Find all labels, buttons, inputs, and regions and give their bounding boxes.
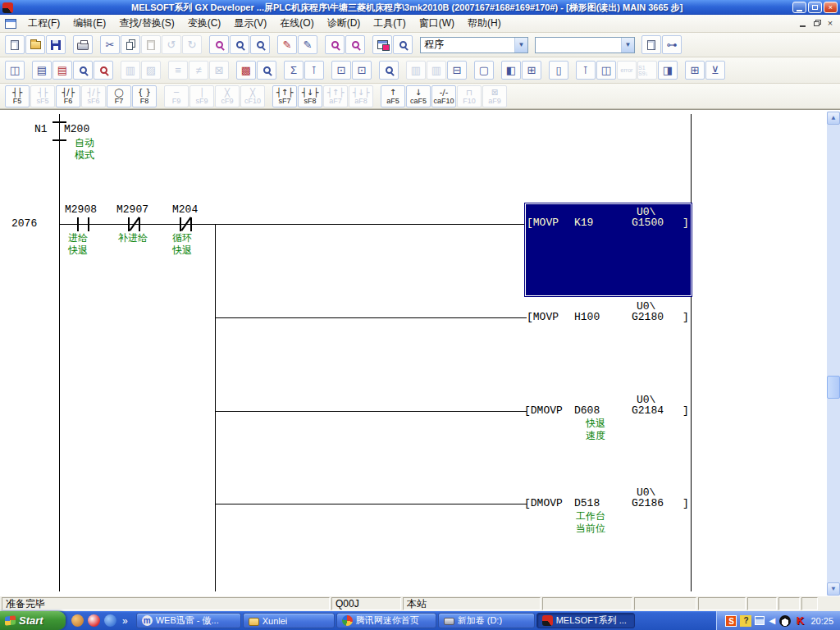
instruction-source[interactable]: D518: [574, 498, 600, 509]
monitor-condition-button[interactable]: [257, 61, 276, 80]
menu-edit[interactable]: 编辑(E): [66, 14, 112, 33]
instruction-source[interactable]: H100: [574, 312, 600, 322]
jump-window-2-button[interactable]: ⊡: [352, 61, 372, 80]
mdi-restore-button[interactable]: [810, 18, 823, 30]
zoom-monitor-button[interactable]: [73, 61, 93, 80]
ladder-edit-button[interactable]: ▤: [52, 61, 72, 80]
device-edit-button[interactable]: ✎: [298, 35, 317, 54]
device-test-button[interactable]: ✎: [277, 35, 297, 54]
instruction-dest[interactable]: G2180: [632, 312, 664, 322]
screen-monitor-button[interactable]: ▢: [474, 61, 494, 80]
chevron-more-icon[interactable]: »: [121, 615, 130, 627]
window-copy-button[interactable]: ◫: [596, 61, 616, 80]
tree-view-button[interactable]: ◧: [501, 61, 521, 80]
doc-view-button[interactable]: ▯: [549, 61, 568, 80]
close-button[interactable]: ×: [824, 2, 838, 13]
find-instruction-button[interactable]: [250, 35, 270, 54]
collapse-chevron-icon[interactable]: ◀: [768, 615, 776, 627]
note-display-button[interactable]: ⊺: [304, 61, 324, 80]
rising-edge-af5-button[interactable]: ↑aF5: [381, 85, 405, 107]
scroll-down-button[interactable]: ▼: [827, 582, 840, 596]
falling-pulse-sf8-button[interactable]: ┤↓├sF8: [298, 85, 322, 107]
taskbar-button-webthunder[interactable]: m WEB迅雷 - 傲...: [136, 613, 241, 628]
new-project-button[interactable]: [5, 35, 25, 54]
menu-convert[interactable]: 变换(C): [181, 14, 228, 33]
chevron-down-icon[interactable]: ▼: [621, 38, 634, 52]
cut-button[interactable]: ✂: [100, 35, 120, 54]
taskbar-button-xunlei[interactable]: Xunlei: [243, 613, 335, 628]
menu-find-replace[interactable]: 查找/替换(S): [112, 14, 180, 33]
zoom-in-button[interactable]: [345, 35, 365, 54]
nest-device-label[interactable]: M200: [64, 124, 89, 135]
falling-edge-caf5-button[interactable]: ↓caF5: [406, 85, 431, 107]
comment-display-button[interactable]: ◫: [5, 61, 25, 80]
monitor-find-button[interactable]: [393, 35, 413, 54]
grid-view-button[interactable]: ⊞: [685, 61, 705, 80]
open-contact-f5-button[interactable]: ┤├F5: [5, 85, 30, 107]
doc-check-button[interactable]: [641, 35, 661, 54]
menu-view[interactable]: 显示(V): [227, 14, 273, 33]
scroll-up-button[interactable]: ▲: [827, 112, 840, 125]
zoom-out-button[interactable]: [325, 35, 345, 54]
program-flow-button[interactable]: ⊟: [447, 61, 467, 80]
menu-project[interactable]: 工程(F): [21, 14, 66, 33]
find-button[interactable]: [209, 35, 229, 54]
rising-pulse-sf7-button[interactable]: ┤↑├sF7: [272, 85, 297, 107]
menu-online[interactable]: 在线(O): [273, 14, 320, 33]
maximize-button[interactable]: [808, 2, 822, 13]
sogou-tray-icon[interactable]: S: [725, 615, 737, 627]
instruction-source[interactable]: D608: [574, 405, 600, 416]
menu-help[interactable]: 帮助(H): [461, 14, 508, 33]
zoom-edit-button[interactable]: [94, 61, 113, 80]
ladder-window-icon[interactable]: [5, 19, 16, 29]
contact-device-label[interactable]: M2908: [65, 204, 97, 215]
instruction-opcode[interactable]: [DMOVP: [524, 405, 563, 416]
coil-f7-button[interactable]: ◯F7: [107, 85, 131, 107]
statement-display-button[interactable]: Σ: [284, 61, 304, 80]
cascade-windows-button[interactable]: [372, 35, 392, 54]
kaspersky-tray-icon[interactable]: K: [794, 615, 806, 627]
program-type-combobox[interactable]: 程序 ▼: [420, 37, 528, 53]
invert-result-caf10-button[interactable]: -∕-caF10: [431, 85, 456, 107]
qq-icon[interactable]: [88, 614, 100, 627]
minimize-button[interactable]: [792, 2, 806, 13]
jump-window-1-button[interactable]: ⊡: [331, 61, 351, 80]
application-instruction-f8-button[interactable]: { }F8: [132, 85, 157, 107]
instruction-opcode[interactable]: [DMOVP: [524, 498, 563, 509]
mdi-close-button[interactable]: ×: [824, 18, 837, 30]
menu-diagnostics[interactable]: 诊断(D): [321, 14, 368, 33]
taskbar-button-qq-minipage[interactable]: 腾讯网迷你首页: [336, 613, 436, 628]
device-name-combobox[interactable]: ▼: [535, 37, 635, 53]
print-button[interactable]: [73, 35, 93, 54]
vertical-scrollbar[interactable]: ▲ ▼: [827, 112, 840, 596]
find-device-button[interactable]: [230, 35, 249, 54]
menu-window[interactable]: 窗口(W): [413, 14, 461, 33]
sort-down-button[interactable]: ⊻: [705, 61, 725, 80]
taskbar-button-melsoft[interactable]: MELSOFT系列 ...: [536, 613, 635, 628]
scrollbar-thumb[interactable]: [827, 376, 840, 399]
save-project-button[interactable]: [46, 35, 66, 54]
network-monitor-button[interactable]: [379, 61, 399, 80]
instruction-dest[interactable]: G2184: [632, 405, 664, 416]
closed-contact-f6-button[interactable]: ┤/├F6: [56, 85, 80, 107]
taskbar-button-volume-d[interactable]: 新加卷 (D:): [438, 613, 535, 628]
mdi-minimize-button[interactable]: [796, 18, 809, 30]
instruction-dest[interactable]: G2186: [632, 498, 664, 509]
stack-monitor-button[interactable]: ⊺: [576, 61, 596, 80]
device-batch-button[interactable]: ▩: [236, 61, 256, 80]
media-player-icon[interactable]: [104, 614, 116, 627]
ladder-editor-area[interactable]: N1 M200 自动 模式 2076 M2908 进给 快退 M2907 补进给…: [0, 109, 840, 596]
open-project-button[interactable]: [25, 35, 45, 54]
chevron-down-icon[interactable]: ▼: [514, 38, 527, 52]
window-list-button[interactable]: ◨: [658, 61, 678, 80]
verify-monitor-button[interactable]: ⊞: [522, 61, 541, 80]
qq-tray-icon[interactable]: [779, 615, 791, 627]
network-tray-icon[interactable]: [755, 616, 765, 625]
contact-device-label[interactable]: M204: [172, 204, 198, 215]
flashget-icon[interactable]: [71, 614, 84, 627]
parameter-tree-button[interactable]: ⊶: [662, 35, 682, 54]
copy-button[interactable]: [121, 35, 140, 54]
instruction-opcode[interactable]: [MOVP: [527, 312, 559, 322]
contact-device-label[interactable]: M2907: [116, 204, 148, 215]
start-button[interactable]: Start: [0, 611, 66, 630]
